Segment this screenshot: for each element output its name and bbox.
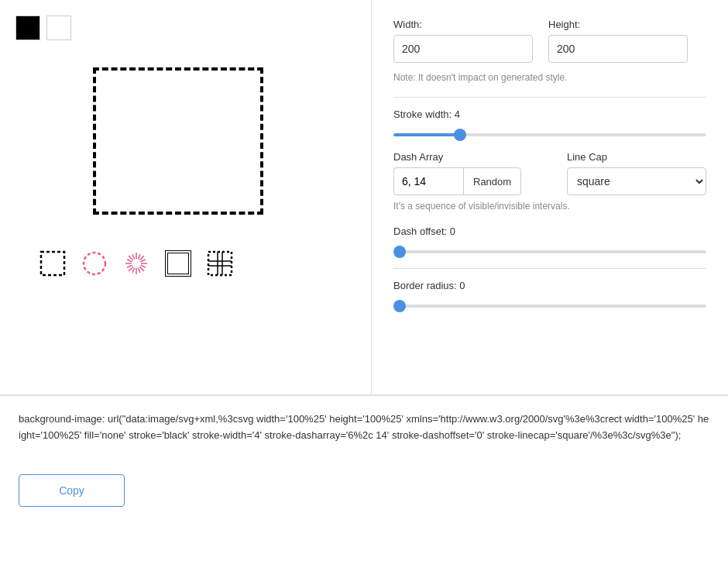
stroke-width-slider[interactable] [393, 133, 706, 136]
preset-dashed-circle[interactable] [81, 250, 108, 277]
stroke-width-container: Stroke width: 4 [393, 108, 706, 139]
svg-rect-0 [41, 252, 64, 275]
random-button[interactable]: Random [463, 167, 521, 195]
height-input[interactable] [548, 35, 688, 63]
dashed-rect-preview [93, 67, 263, 215]
svg-line-13 [141, 260, 146, 262]
svg-rect-18 [167, 252, 190, 275]
preset-dashed-square[interactable] [39, 250, 67, 277]
svg-rect-19 [167, 252, 190, 275]
svg-line-6 [129, 256, 133, 260]
svg-rect-20 [208, 252, 232, 275]
color-swatch-empty[interactable] [46, 15, 71, 40]
interval-note: It's a sequence of visible/invisible int… [393, 200, 706, 213]
stroke-width-label: Stroke width: 4 [393, 108, 706, 120]
copy-button[interactable]: Copy [19, 474, 125, 507]
dash-array-label: Dash Array [393, 151, 558, 163]
dash-input-wrapper: Random [393, 167, 558, 195]
linecap-label: Line Cap [567, 151, 706, 163]
border-radius-container: Border radius: 0 [393, 280, 706, 310]
color-swatch-row [15, 15, 71, 40]
color-swatch-black[interactable] [15, 15, 40, 40]
svg-line-8 [139, 256, 144, 260]
preset-hashtag-square[interactable] [206, 250, 234, 277]
border-radius-slider[interactable] [393, 305, 706, 308]
height-group: Height: [548, 19, 688, 63]
preset-thick-square[interactable] [164, 250, 192, 277]
dash-row: Dash Array Random Line Cap butt round sq… [393, 151, 706, 195]
preview-area [15, 56, 341, 226]
linecap-group: Line Cap butt round square [567, 151, 706, 195]
css-output[interactable] [19, 411, 709, 460]
svg-line-16 [138, 254, 140, 260]
width-label: Width: [393, 19, 533, 30]
divider-1 [393, 97, 706, 98]
svg-line-9 [129, 267, 133, 271]
dash-array-group: Dash Array Random [393, 151, 558, 195]
right-panel: Width: Height: Note: It doesn't impact o… [372, 0, 728, 394]
preset-starburst[interactable] [122, 250, 150, 277]
svg-line-7 [139, 267, 144, 271]
linecap-select[interactable]: butt round square [567, 167, 706, 195]
dimensions-row: Width: Height: [393, 19, 706, 63]
shape-presets [15, 250, 234, 277]
svg-line-10 [127, 260, 132, 262]
svg-line-14 [132, 254, 135, 260]
dash-array-input[interactable] [393, 167, 463, 195]
width-group: Width: [393, 19, 533, 63]
dimension-note: Note: It doesn't impact on generated sty… [393, 72, 706, 83]
dash-offset-label: Dash offset: 0 [393, 225, 706, 237]
svg-point-1 [84, 253, 105, 274]
svg-line-17 [132, 268, 135, 274]
width-input[interactable] [393, 35, 533, 63]
height-label: Height: [548, 19, 688, 30]
svg-line-11 [141, 265, 146, 267]
svg-line-12 [127, 265, 132, 267]
output-area: Copy [0, 395, 728, 522]
divider-2 [393, 268, 706, 269]
left-panel [0, 0, 372, 394]
dash-offset-slider[interactable] [393, 250, 706, 253]
dash-offset-container: Dash offset: 0 [393, 225, 706, 256]
svg-line-15 [138, 268, 140, 274]
border-radius-label: Border radius: 0 [393, 280, 706, 291]
